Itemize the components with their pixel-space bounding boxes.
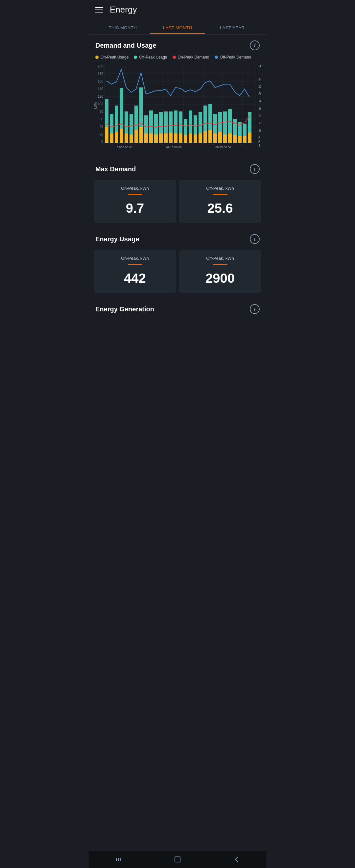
legend-off-peak-usage: Off-Peak Usage	[134, 55, 167, 60]
hamburger-menu-button[interactable]	[95, 7, 103, 12]
demand-usage-title: Demand and Usage	[95, 42, 157, 49]
tab-last-month[interactable]: LAST MONTH	[150, 22, 205, 34]
svg-rect-104	[248, 132, 252, 143]
svg-text:20: 20	[258, 92, 261, 96]
svg-text:40: 40	[100, 125, 103, 129]
tab-bar: THIS MONTH LAST MONTH LAST YEAR	[89, 20, 266, 34]
energy-generation-section: Energy Generation i	[89, 298, 266, 319]
svg-text:160: 160	[98, 80, 103, 83]
svg-text:16: 16	[258, 107, 261, 111]
svg-rect-80	[130, 134, 133, 143]
svg-rect-102	[238, 136, 241, 143]
chart-legend: On-Peak Usage Off-Peak Usage On-Peak Dem…	[94, 55, 261, 63]
svg-rect-76	[110, 133, 114, 143]
svg-text:60: 60	[100, 117, 103, 121]
demand-usage-info-button[interactable]: i	[250, 40, 260, 50]
svg-text:10: 10	[258, 129, 261, 132]
header: Energy	[89, 0, 266, 20]
max-demand-on-peak-label: On-Peak, kWh	[99, 186, 171, 191]
svg-rect-88	[169, 132, 172, 143]
energy-usage-title: Energy Usage	[95, 236, 139, 243]
max-demand-off-peak-value: 25.6	[184, 201, 256, 216]
svg-text:12: 12	[258, 121, 261, 125]
svg-rect-90	[179, 133, 183, 143]
svg-text:24: 24	[258, 78, 261, 82]
energy-usage-off-peak-label: Off-Peak, kWh	[184, 256, 256, 261]
max-demand-on-peak-value: 9.7	[99, 201, 171, 216]
energy-generation-info-button[interactable]: i	[250, 304, 260, 314]
max-demand-off-peak-label: Off-Peak, kWh	[184, 186, 256, 191]
svg-text:180: 180	[98, 72, 103, 75]
demand-usage-chart: 200 180 160 140 120 100 80 60 40 20 0 kW…	[94, 63, 261, 155]
svg-text:26: 26	[258, 64, 261, 68]
energy-usage-section: Energy Usage i On-Peak, kWh 442 Off-Peak…	[89, 228, 266, 298]
energy-usage-on-peak-value: 442	[99, 271, 171, 286]
svg-text:22: 22	[258, 85, 261, 88]
svg-text:09/25 00:00: 09/25 00:00	[215, 146, 231, 149]
svg-text:200: 200	[98, 64, 103, 68]
svg-rect-97	[213, 133, 217, 143]
svg-text:18: 18	[258, 99, 261, 103]
svg-rect-78	[120, 129, 123, 143]
svg-rect-84	[149, 133, 153, 143]
svg-rect-100	[228, 133, 232, 143]
svg-rect-101	[233, 135, 237, 143]
app-title: Energy	[110, 5, 137, 15]
svg-rect-93	[194, 134, 197, 143]
tab-last-year[interactable]: LAST YEAR	[205, 22, 260, 34]
max-demand-info-button[interactable]: i	[250, 164, 260, 174]
max-demand-on-peak-card: On-Peak, kWh 9.7	[94, 180, 176, 223]
max-demand-section: Max Demand i On-Peak, kWh 9.7 Off-Peak, …	[89, 158, 266, 228]
svg-text:0: 0	[101, 140, 103, 144]
svg-text:kWh: kWh	[94, 102, 97, 109]
energy-usage-info-button[interactable]: i	[250, 234, 260, 244]
svg-rect-75	[105, 127, 108, 143]
svg-rect-83	[144, 133, 148, 143]
svg-rect-86	[159, 133, 163, 143]
svg-rect-91	[184, 135, 187, 143]
svg-text:14: 14	[258, 114, 261, 118]
svg-rect-79	[125, 133, 128, 143]
svg-rect-89	[174, 133, 178, 143]
energy-usage-on-peak-label: On-Peak, kWh	[99, 256, 171, 261]
svg-rect-98	[218, 132, 222, 143]
legend-off-peak-demand: Off-Peak Demand	[215, 55, 252, 60]
svg-rect-77	[115, 132, 118, 143]
svg-rect-96	[208, 130, 212, 143]
svg-text:4: 4	[258, 144, 260, 148]
svg-text:140: 140	[98, 87, 103, 91]
svg-text:20: 20	[100, 132, 103, 136]
svg-rect-99	[223, 134, 227, 143]
legend-on-peak-usage: On-Peak Usage	[95, 55, 129, 60]
svg-text:100: 100	[98, 102, 103, 106]
svg-text:8: 8	[258, 136, 260, 140]
svg-rect-103	[243, 136, 247, 143]
energy-generation-title: Energy Generation	[95, 305, 154, 313]
svg-rect-85	[154, 134, 158, 143]
svg-rect-81	[134, 130, 138, 143]
svg-text:6: 6	[258, 140, 260, 144]
svg-rect-95	[203, 131, 207, 143]
demand-usage-section: Demand and Usage i On-Peak Usage Off-Pea…	[89, 34, 266, 158]
energy-usage-on-peak-card: On-Peak, kWh 442	[94, 250, 176, 293]
svg-rect-94	[198, 133, 202, 143]
svg-rect-82	[139, 127, 143, 143]
svg-text:80: 80	[100, 110, 103, 114]
svg-text:120: 120	[98, 95, 103, 98]
energy-usage-off-peak-card: Off-Peak, kWh 2900	[179, 250, 261, 293]
tab-this-month[interactable]: THIS MONTH	[95, 22, 150, 34]
max-demand-title: Max Demand	[95, 165, 136, 173]
svg-rect-92	[189, 133, 192, 143]
energy-usage-off-peak-value: 2900	[184, 271, 256, 286]
svg-text:09/05 00:00: 09/05 00:00	[117, 146, 132, 149]
max-demand-off-peak-card: Off-Peak, kWh 25.6	[179, 180, 261, 223]
svg-text:09/15 00:00: 09/15 00:00	[166, 146, 182, 149]
legend-on-peak-demand: On-Peak Demand	[172, 55, 209, 60]
svg-rect-87	[164, 133, 168, 143]
